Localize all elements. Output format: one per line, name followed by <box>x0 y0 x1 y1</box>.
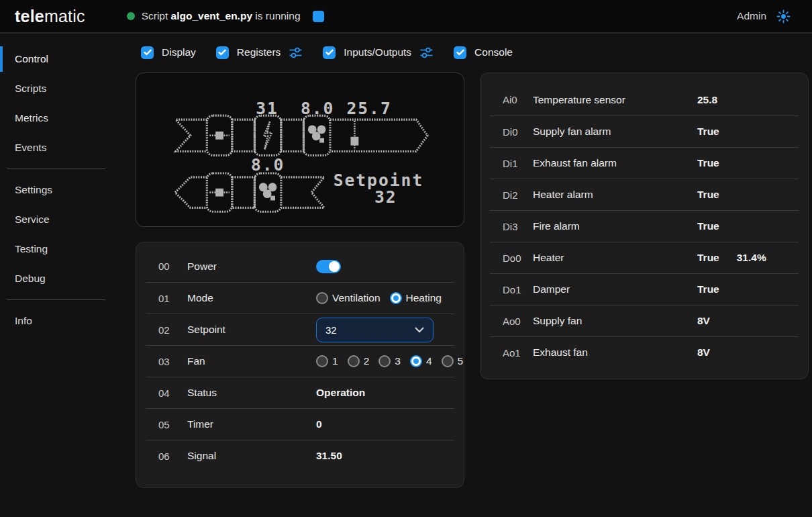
script-name: algo_vent_en.py <box>171 10 252 21</box>
register-label: Status <box>187 387 316 399</box>
io-value-box: True <box>697 189 799 201</box>
running-indicator-icon <box>127 12 135 20</box>
status-suffix: is running <box>255 10 300 21</box>
setpoint-select[interactable]: 32 <box>316 318 434 342</box>
io-row-ao1: Ao1Exhaust fan8V <box>490 336 799 368</box>
checkbox-checked[interactable] <box>454 46 466 59</box>
register-label: Fan <box>187 355 316 367</box>
radio-button[interactable] <box>442 355 454 367</box>
io-rows: Ai0Temperature sensor25.8Di0Supply fan a… <box>490 84 799 368</box>
topbar-right: Admin <box>737 9 791 23</box>
app-logo[interactable]: telematic <box>15 7 85 26</box>
io-row-di0: Di0Supply fan alarmTrue <box>490 115 799 147</box>
radio-button[interactable] <box>316 292 328 304</box>
register-control: 0 <box>316 418 454 430</box>
filter-sliders-icon[interactable] <box>289 46 303 60</box>
checkbox-checked[interactable] <box>323 46 336 59</box>
io-code: Di3 <box>503 221 533 232</box>
io-code: Do1 <box>503 284 533 295</box>
supply-temp-value: 25.7 <box>346 99 391 118</box>
power-toggle[interactable] <box>316 260 341 273</box>
radio-button[interactable] <box>316 355 328 367</box>
fan-icon <box>259 183 277 200</box>
register-row-03: 03Fan12345 <box>146 345 454 377</box>
chevron-down-icon <box>415 327 424 333</box>
hvac-dot-matrix-diagram: 31 8.0 25.7 <box>136 73 463 226</box>
register-number: 05 <box>158 419 187 430</box>
exhaust-duct-segment <box>232 177 255 207</box>
radio-button[interactable] <box>410 355 422 367</box>
sidebar-item-debug[interactable]: Debug <box>0 264 134 293</box>
sidebar-divider <box>7 169 105 169</box>
register-number: 03 <box>158 356 187 367</box>
radio-option-fan-1[interactable]: 1 <box>316 355 338 367</box>
register-row-02: 02Setpoint32 <box>146 314 454 345</box>
theme-toggle-sun-icon[interactable] <box>776 9 791 23</box>
radio-option-mode-ventilation[interactable]: Ventilation <box>316 292 380 304</box>
user-menu[interactable]: Admin <box>737 10 766 22</box>
view-toggles-row: DisplayRegistersInputs/OutputsConsole <box>136 44 812 61</box>
heater-bolt-icon <box>264 122 272 149</box>
radio-button[interactable] <box>378 355 391 367</box>
script-status: Script algo_vent_en.py is running <box>127 10 324 22</box>
radio-label: 3 <box>395 355 401 367</box>
radio-option-fan-3[interactable]: 3 <box>378 355 401 367</box>
radio-label: Ventilation <box>332 292 380 304</box>
exhaust-duct-outlet <box>175 177 207 207</box>
view-toggle-registers[interactable]: Registers <box>216 46 303 60</box>
io-row-di2: Di2Heater alarmTrue <box>490 179 799 210</box>
stop-script-button[interactable] <box>313 11 324 22</box>
sidebar-item-scripts[interactable]: Scripts <box>0 74 134 103</box>
radio-option-fan-4[interactable]: 4 <box>410 355 432 367</box>
registers-panel: 00Power01ModeVentilationHeating02Setpoin… <box>136 242 464 488</box>
io-row-do0: Do0HeaterTrue31.4% <box>490 242 799 273</box>
register-number: 01 <box>158 293 187 304</box>
register-control: 32 <box>316 318 454 342</box>
io-code: Di2 <box>503 189 533 201</box>
sidebar-item-metrics[interactable]: Metrics <box>0 103 134 133</box>
io-label: Temperature sensor <box>533 94 697 106</box>
io-value-box: True <box>697 283 799 295</box>
sidebar-item-info[interactable]: Info <box>0 306 134 336</box>
sidebar-item-testing[interactable]: Testing <box>0 234 134 264</box>
io-code: Di1 <box>503 158 533 169</box>
io-code: Ao1 <box>503 347 533 359</box>
sidebar-item-settings[interactable]: Settings <box>0 175 134 205</box>
checkbox-checked[interactable] <box>216 46 229 59</box>
filter-sliders-icon[interactable] <box>419 46 434 60</box>
radio-dot <box>413 359 419 364</box>
io-code: Ao0 <box>503 316 533 327</box>
check-icon <box>325 49 334 56</box>
sidebar-item-control[interactable]: Control <box>0 44 134 74</box>
radio-option-fan-2[interactable]: 2 <box>348 355 370 367</box>
register-control: 31.50 <box>316 450 454 462</box>
register-value: 31.50 <box>316 450 342 462</box>
topbar: telematic Script algo_vent_en.py is runn… <box>0 0 812 34</box>
sidebar: ControlScriptsMetricsEventsSettingsServi… <box>0 34 134 516</box>
io-value: 8V <box>697 346 710 359</box>
io-value: True <box>697 220 719 232</box>
register-row-00: 00Power <box>146 250 454 282</box>
checkbox-checked[interactable] <box>141 46 154 59</box>
radio-label: 5 <box>458 355 464 367</box>
register-label: Setpoint <box>187 324 316 336</box>
check-icon <box>218 49 226 56</box>
io-label: Supply fan alarm <box>533 126 697 138</box>
io-label: Heater <box>533 252 697 264</box>
radio-button[interactable] <box>390 292 402 304</box>
io-value-box: True <box>697 220 799 232</box>
radio-button[interactable] <box>348 355 360 367</box>
check-icon <box>144 49 152 56</box>
damper-actuator-icon <box>215 189 223 197</box>
register-control: Operation <box>316 387 454 399</box>
sidebar-item-service[interactable]: Service <box>0 205 134 234</box>
mode-radio-group: VentilationHeating <box>316 292 442 304</box>
radio-option-fan-5[interactable]: 5 <box>442 355 464 367</box>
io-code: Do0 <box>503 252 533 264</box>
sidebar-item-events[interactable]: Events <box>0 133 134 162</box>
view-toggle-inputs-outputs[interactable]: Inputs/Outputs <box>323 46 434 60</box>
view-toggle-console[interactable]: Console <box>454 46 513 59</box>
view-toggle-display[interactable]: Display <box>141 46 196 59</box>
status-prefix: Script <box>142 10 168 21</box>
radio-option-mode-heating[interactable]: Heating <box>390 292 442 304</box>
